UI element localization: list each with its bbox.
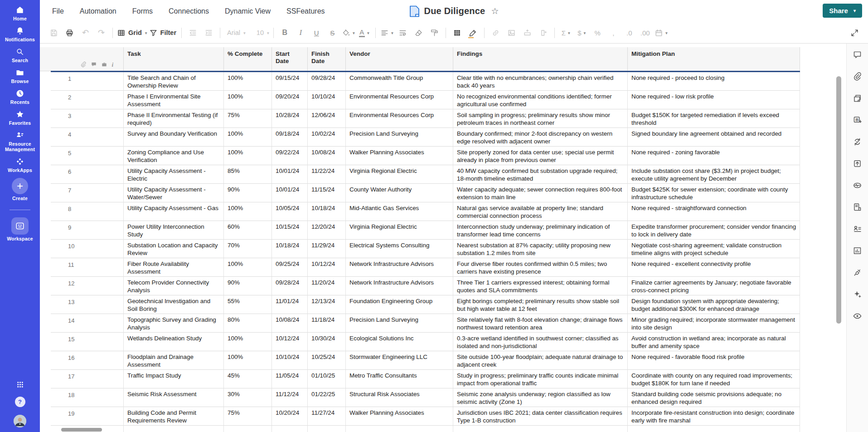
cell-pct[interactable]: 30% [224, 388, 272, 407]
cell-empty[interactable] [346, 426, 453, 432]
cell-task[interactable]: Traffic Impact Study [124, 370, 224, 388]
cell-vendor[interactable]: Network Infrastructure Advisors [346, 277, 453, 295]
sidebar-item-favorites[interactable]: Favorites [0, 110, 40, 126]
help-icon[interactable]: ? [15, 397, 25, 407]
cell-task[interactable]: Wetlands Delineation Study [124, 333, 224, 351]
cell-task[interactable]: Floodplain and Drainage Assessment [124, 351, 224, 370]
cell-task[interactable]: Fiber Route Availability Assessment [124, 258, 224, 277]
sidebar-item-notifications[interactable]: Notifications [0, 26, 40, 42]
share-button[interactable]: Share ▾ [823, 4, 862, 18]
row-number[interactable]: 14 [51, 314, 124, 333]
favorite-star-icon[interactable]: ☆ [491, 6, 499, 16]
cell-finish[interactable]: 10/12/24 [308, 258, 346, 277]
cell-pct[interactable]: 60% [224, 221, 272, 240]
sidebar-item-search[interactable]: Search [0, 47, 40, 63]
cell-mitigation[interactable]: None required - zoning favorable [628, 147, 800, 165]
cell-finish[interactable]: 12/06/24 [308, 109, 346, 128]
undo-button[interactable]: ↶ [78, 26, 93, 39]
redo-button[interactable]: ↷ [93, 26, 109, 39]
cell-findings[interactable]: Four diverse fiber routes confirmed with… [453, 258, 628, 277]
cell-empty[interactable] [124, 426, 224, 432]
sidebar-item-recents[interactable]: Recents [0, 89, 40, 105]
cell-pct[interactable]: 100% [224, 351, 272, 370]
thousands-separator-button[interactable]: , [606, 26, 621, 39]
increase-decimals-button[interactable]: .00 [637, 26, 653, 39]
cell-start[interactable]: 10/05/24 [272, 202, 308, 221]
cell-findings[interactable]: Clear title with no encumbrances; owners… [453, 72, 628, 91]
row-number-header[interactable]: i [51, 47, 124, 71]
cell-mitigation[interactable]: Coordinate with county on any required r… [628, 370, 800, 388]
cell-start[interactable]: 10/18/24 [272, 240, 308, 258]
column-header-finish-date[interactable]: Finish Date [308, 47, 346, 71]
column-header-findings[interactable]: Findings [453, 47, 628, 71]
eye-icon[interactable] [853, 311, 862, 321]
cell-mitigation[interactable]: Standard building code seismic provision… [628, 388, 800, 407]
clear-format-button[interactable] [411, 26, 427, 39]
cell-finish[interactable]: 10/10/24 [308, 91, 346, 109]
cell-start[interactable]: 10/01/24 [272, 184, 308, 202]
cell-vendor[interactable]: Metro Traffic Consultants [346, 370, 453, 388]
cell-start[interactable]: 09/22/24 [272, 147, 308, 165]
cell-start[interactable]: 10/28/24 [272, 109, 308, 128]
row-number[interactable]: 7 [51, 184, 124, 202]
cell-mitigation[interactable]: Finalize carrier agreements by January; … [628, 277, 800, 295]
cell-task[interactable]: Title Search and Chain of Ownership Revi… [124, 72, 224, 91]
decrease-decimals-button[interactable]: .0 [621, 26, 637, 39]
sidebar-item-home[interactable]: Home [0, 5, 40, 21]
cell-findings[interactable]: Boundary confirmed; minor 2-foot discrep… [453, 128, 628, 147]
sheet-title[interactable]: Due Diligence [424, 6, 485, 16]
cell-finish[interactable]: 10/18/24 [308, 202, 346, 221]
cell-empty[interactable] [628, 426, 800, 432]
font-size-select[interactable]: 10 ▾ [253, 26, 270, 39]
row-number[interactable]: 16 [51, 351, 124, 370]
row-number[interactable]: 10 [51, 240, 124, 258]
chart-icon[interactable] [853, 246, 862, 255]
cell-finish[interactable]: 10/08/24 [308, 147, 346, 165]
cell-task[interactable]: Utility Capacity Assessment - Gas [124, 202, 224, 221]
row-number[interactable]: 19 [51, 407, 124, 426]
formula-button[interactable]: Σ▾ [558, 26, 574, 39]
cell-vendor[interactable]: Precision Land Surveying [346, 128, 453, 147]
menu-item-file[interactable]: File [52, 7, 64, 15]
cell-vendor[interactable]: Commonwealth Title Group [346, 72, 453, 91]
cell-task[interactable]: Telecom Provider Connectivity Analysis [124, 277, 224, 295]
menu-item-automation[interactable]: Automation [80, 7, 116, 15]
cell-findings[interactable]: Water capacity adequate; sewer connectio… [453, 184, 628, 202]
cell-finish[interactable]: 11/27/24 [308, 407, 346, 426]
cell-start[interactable]: 09/15/24 [272, 72, 308, 91]
cell-task[interactable]: Phase II Environmental Testing (if requi… [124, 109, 224, 128]
cell-vendor[interactable]: Structural Risk Associates [346, 388, 453, 407]
menu-item-connections[interactable]: Connections [169, 7, 209, 15]
row-number[interactable]: 6 [51, 165, 124, 184]
cell-finish[interactable]: 10/25/24 [308, 351, 346, 370]
row-number[interactable]: 12 [51, 277, 124, 295]
percent-button[interactable]: % [590, 26, 606, 39]
summary-icon[interactable] [853, 202, 862, 212]
cell-task[interactable]: Topographic Survey and Grading Analysis [124, 314, 224, 333]
cell-findings[interactable]: Eight borings completed; preliminary res… [453, 295, 628, 314]
cell-findings[interactable]: 0.3-acre wetland identified in southwest… [453, 333, 628, 351]
cell-start[interactable]: 10/08/24 [272, 314, 308, 333]
cell-task[interactable]: Utility Capacity Assessment - Electric [124, 165, 224, 184]
plug-icon[interactable] [853, 268, 862, 277]
row-number[interactable]: 11 [51, 258, 124, 277]
cell-finish[interactable]: 11/20/24 [308, 277, 346, 295]
menu-item-ssfeatures[interactable]: SSFeatures [286, 7, 325, 15]
cell-findings[interactable]: No recognized environmental conditions i… [453, 91, 628, 109]
cell-vendor[interactable]: Environmental Resources Corp [346, 91, 453, 109]
column-header-task[interactable]: Task [124, 47, 224, 71]
cell-finish[interactable]: 01/10/25 [308, 370, 346, 388]
cell-task[interactable]: Building Code and Permit Requirements Re… [124, 407, 224, 426]
cell-finish[interactable]: 12/13/24 [308, 295, 346, 314]
filter-button[interactable]: Filter [148, 26, 178, 39]
view-selector[interactable]: Grid ▾ [116, 26, 148, 39]
user-avatar[interactable] [14, 415, 26, 427]
highlighter-button[interactable] [465, 26, 481, 39]
cell-mitigation[interactable]: Incorporate fire-resistant construction … [628, 407, 800, 426]
row-number[interactable]: 4 [51, 128, 124, 147]
cell-mitigation[interactable]: Negotiate cost-sharing agreement; valida… [628, 240, 800, 258]
cell-empty[interactable] [224, 426, 272, 432]
cell-vendor[interactable]: Virginia Regional Electric [346, 221, 453, 240]
cell-findings[interactable]: Interconnection study underway; prelimin… [453, 221, 628, 240]
menu-item-forms[interactable]: Forms [132, 7, 153, 15]
